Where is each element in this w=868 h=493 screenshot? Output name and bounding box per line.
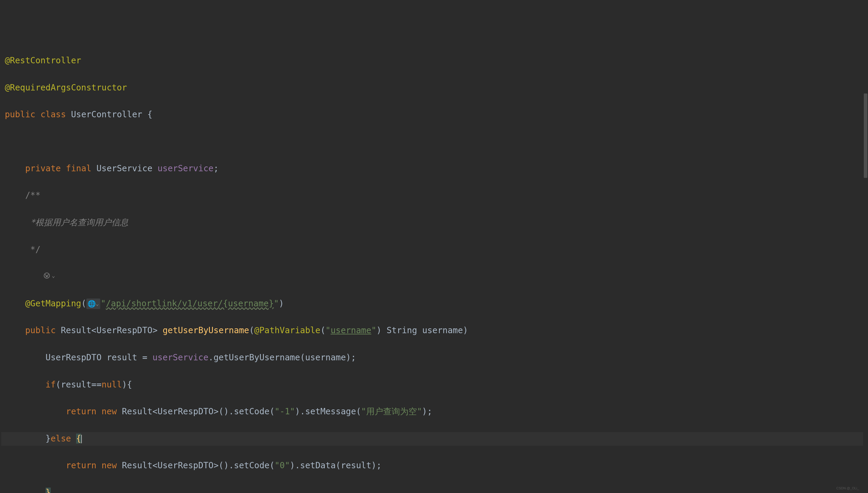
arg-username: username	[305, 352, 346, 362]
code-line-14[interactable]: return new Result<UserRespDTO>().setCode…	[1, 405, 868, 419]
type-userrespdto-2: UserRespDTO	[46, 352, 101, 362]
string-emptymsg: "用户查询为空"	[361, 406, 422, 416]
type-userservice: UserService	[96, 164, 152, 173]
keyword-public-2: public	[25, 325, 56, 335]
param-username: username	[422, 325, 463, 335]
keyword-final: final	[66, 164, 91, 173]
code-line-16[interactable]: return new Result<UserRespDTO>().setCode…	[1, 459, 868, 472]
code-line-9-gutter[interactable]: ⌄	[1, 270, 868, 283]
punct-eq: =	[142, 352, 147, 362]
string-quote-close: "	[274, 299, 279, 308]
chevron-down-icon: ⌄	[52, 271, 55, 280]
text-caret	[81, 435, 82, 443]
punct-closeparenbrace: ){	[122, 380, 132, 390]
keyword-new: new	[101, 406, 117, 416]
globe-icon[interactable]: 🌐⌄	[86, 299, 100, 309]
keyword-return: return	[66, 406, 96, 416]
type-result-2: Result	[122, 406, 153, 416]
keyword-null: null	[101, 380, 122, 390]
type-result: Result	[61, 325, 91, 335]
type-userrespdto-4: UserRespDTO	[158, 460, 214, 470]
string-neg1: "-1"	[275, 406, 295, 416]
javadoc-line: *根据用户名查询用户信息	[25, 217, 128, 227]
code-line-10[interactable]: @GetMapping(🌐⌄"/api/shortlink/v1/user/{u…	[1, 297, 868, 310]
string-zero: "0"	[275, 460, 290, 470]
watermark: CSDN @_OLi_	[836, 486, 859, 491]
code-line-15-current[interactable]: }else {	[1, 432, 868, 446]
code-line-7[interactable]: *根据用户名查询用户信息	[1, 216, 868, 230]
annotation-restcontroller: @RestController	[5, 56, 81, 65]
field-userservice-2: userService	[153, 352, 208, 362]
keyword-if: if	[46, 380, 56, 390]
punct-close-paren: )	[279, 299, 284, 308]
call-setcode: setCode	[234, 406, 269, 416]
call-setmessage: setMessage	[305, 406, 356, 416]
keyword-return-2: return	[66, 460, 96, 470]
code-line-12[interactable]: UserRespDTO result = userService.getUser…	[1, 351, 868, 365]
scrollbar-thumb[interactable]	[864, 93, 867, 178]
endpoint-gutter-icon[interactable]: ⌄	[43, 271, 55, 280]
code-line-13[interactable]: if(result==null){	[1, 378, 868, 392]
field-userservice: userService	[158, 164, 214, 173]
punct-open-paren: (	[81, 299, 86, 308]
annotation-requiredargsconstructor: @RequiredArgsConstructor	[5, 83, 127, 92]
code-line-2[interactable]: @RequiredArgsConstructor	[1, 81, 868, 95]
string-quote: "	[101, 299, 106, 308]
keyword-public: public	[5, 109, 35, 120]
brace-match-open: {	[76, 434, 81, 444]
type-result-3: Result	[122, 460, 153, 470]
code-line-1[interactable]: @RestController	[1, 54, 868, 67]
keyword-class: class	[40, 109, 66, 120]
javadoc-close: */	[25, 244, 40, 255]
var-result-2: result	[61, 380, 91, 390]
annotation-pathvariable: @PathVariable	[254, 325, 320, 335]
keyword-else: else	[51, 434, 71, 444]
path-var-name: username	[330, 325, 371, 335]
call-setcode-2: setCode	[234, 460, 269, 470]
punct-semi: ;	[214, 164, 219, 173]
punct-eqeq: ==	[92, 380, 102, 390]
keyword-private: private	[25, 164, 61, 173]
javadoc-open: /**	[25, 190, 40, 200]
code-line-17[interactable]: }	[1, 486, 868, 493]
url-path: /api/shortlink/v1/user/{username}	[106, 299, 274, 308]
code-line-4[interactable]	[1, 135, 868, 148]
type-userrespdto-3: UserRespDTO	[158, 406, 214, 416]
call-getuserbyusername: getUserByUsername	[214, 352, 300, 362]
keyword-new-2: new	[101, 460, 117, 470]
code-line-11[interactable]: public Result<UserRespDTO> getUserByUser…	[1, 324, 868, 337]
code-line-5[interactable]: private final UserService userService;	[1, 162, 868, 175]
type-userrespdto: UserRespDTO	[96, 325, 152, 335]
scrollbar-track[interactable]	[863, 93, 868, 493]
punct-lt: <	[92, 325, 97, 335]
method-getuserbyusername: getUserByUsername	[163, 325, 249, 335]
call-setdata: setData	[300, 460, 336, 470]
punct-openbrace: {	[147, 109, 153, 120]
arg-result: result	[341, 460, 371, 470]
chevron-down-icon-inline: ⌄	[96, 299, 99, 308]
brace-match-close: }	[46, 488, 51, 493]
punct-gt: >	[153, 325, 158, 335]
type-string: String	[386, 325, 417, 335]
code-line-8[interactable]: */	[1, 243, 868, 257]
code-line-6[interactable]: /**	[1, 189, 868, 202]
code-line-3[interactable]: public class UserController {	[1, 108, 868, 122]
annotation-getmapping: @GetMapping	[25, 299, 81, 308]
svg-point-0	[44, 273, 49, 278]
var-result: result	[106, 352, 137, 362]
class-name-usercontroller: UserController	[71, 109, 142, 120]
punct-closebrace-if: }	[46, 434, 51, 444]
